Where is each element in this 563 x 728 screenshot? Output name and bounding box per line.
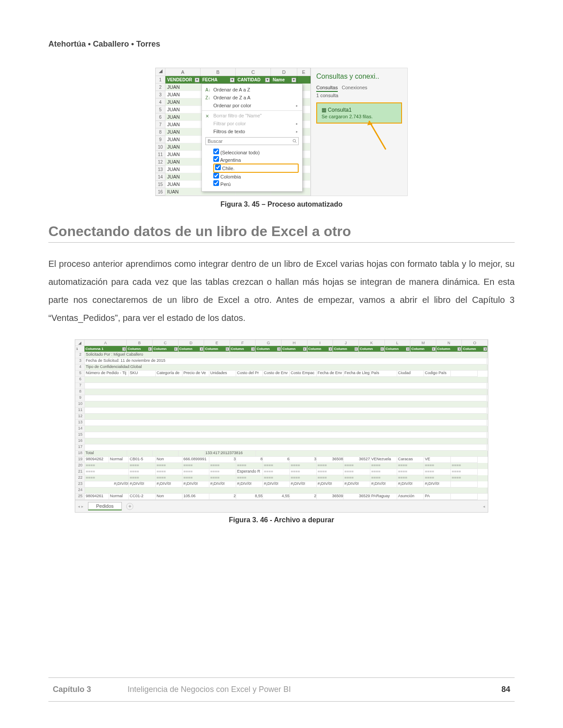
tab-conexiones[interactable]: Conexiones	[342, 85, 367, 90]
clear-filter: ⨯Borrar filtro de "Name"	[202, 112, 302, 120]
cell[interactable]: JUAN	[165, 143, 201, 150]
table-icon: ▦	[322, 107, 326, 113]
filter-search-input[interactable]	[205, 137, 299, 145]
submenu-icon: ▸	[296, 130, 298, 134]
new-sheet-button[interactable]: +	[126, 503, 133, 510]
query-count: 1 consulta	[316, 93, 402, 98]
panel-tabs: Consultas Conexiones	[316, 85, 402, 90]
clear-filter-icon: ⨯	[205, 113, 211, 118]
header-blank	[297, 76, 311, 84]
col-letter[interactable]: C	[236, 68, 271, 76]
footer-page-number: 84	[501, 685, 510, 694]
filter-by-color: Filtrar por color▸	[202, 120, 302, 127]
filter-option[interactable]: Colombia	[213, 173, 299, 180]
page-footer: Capítulo 3 Inteligencia de Negocios con …	[48, 677, 515, 702]
sort-asc-icon: A↓	[205, 87, 211, 92]
col-header[interactable]: Column▾	[462, 346, 488, 352]
col-header[interactable]: Column▾	[127, 346, 153, 352]
header-cantidad[interactable]: CANTIDAD▾	[236, 76, 271, 84]
filter-dropdown-panel: A↓Ordenar de A a Z Z↓Ordenar de Z a A Or…	[201, 84, 303, 192]
col-letter[interactable]: B	[201, 68, 236, 76]
col-header[interactable]: Column▾	[410, 346, 436, 352]
col-letter[interactable]: E	[297, 68, 311, 76]
col-header[interactable]: Column▾	[385, 346, 411, 352]
filter-option-all[interactable]: (Seleccionar todo)	[213, 149, 299, 156]
section-heading: Conectando datos de un libro de Excel a …	[48, 223, 515, 240]
col-header[interactable]: Column▾	[333, 346, 359, 352]
submenu-icon: ▸	[296, 122, 298, 126]
submenu-icon: ▸	[296, 104, 298, 108]
sort-za[interactable]: Z↓Ordenar de Z a A	[202, 94, 302, 102]
sort-az[interactable]: A↓Ordenar de A a Z	[202, 86, 302, 94]
filter-dropdown-icon[interactable]: ▾	[292, 78, 296, 82]
col-header[interactable]: Columna 1▾	[84, 346, 127, 352]
footer-chapter: Capítulo 3	[53, 685, 128, 694]
sort-by-color[interactable]: Ordenar por color▸	[202, 102, 302, 109]
col-header[interactable]: Column▾	[230, 346, 256, 352]
cell[interactable]: JUAN	[165, 181, 201, 188]
cell[interactable]: JUAN	[165, 166, 201, 173]
header-fecha[interactable]: FECHA▾	[201, 76, 236, 84]
col-header[interactable]: Column▾	[282, 346, 307, 352]
queries-panel: Consultas y conexi.. Consultas Conexione…	[311, 68, 408, 196]
cell[interactable]: JUAN	[165, 128, 201, 135]
col-header[interactable]: Column▾	[256, 346, 282, 352]
col-header[interactable]: Column▾	[436, 346, 462, 352]
footer-book-title: Inteligencia de Negocios con Excel y Pow…	[128, 685, 501, 694]
cell[interactable]: JUAN	[165, 106, 201, 113]
panel-title: Consultas y conexi..	[316, 73, 402, 80]
excel-table-preview: ◢ A B C D E F G H I J K L M N O 1 Column…	[75, 339, 488, 513]
col-header[interactable]: Column▾	[153, 346, 179, 352]
document-page: Atehortúa • Caballero • Torres ◢ A B C D…	[0, 0, 563, 728]
cell[interactable]: JUAN	[165, 121, 201, 128]
row-numbers: 1 2 3 4 5 6 7 8 9 10 11 12 13 14	[156, 76, 165, 196]
filter-dropdown-icon[interactable]: ▾	[265, 78, 270, 82]
filter-option-highlighted[interactable]: Chile.	[213, 164, 299, 173]
header-vendedor[interactable]: VENDEDOR▾	[165, 76, 201, 84]
query-name: Consulta1	[328, 107, 351, 113]
figure-1: ◢ A B C D E 1 2 3 4 5 6 7	[48, 66, 515, 196]
figure-2-caption: Figura 3. 46 - Archivo a depurar	[48, 516, 515, 524]
query-card[interactable]: ▦ Consulta1 Se cargaron 2.743 filas.	[316, 102, 402, 124]
cell[interactable]: Tipo de Confidencialidad:Global	[85, 364, 487, 371]
tab-consultas[interactable]: Consultas	[316, 85, 338, 92]
col-header[interactable]: Column▾	[307, 346, 333, 352]
filter-dropdown-icon[interactable]: ▾	[230, 78, 234, 82]
col-letter[interactable]: A	[165, 68, 201, 76]
filter-option[interactable]: Argentina	[213, 156, 299, 164]
sort-desc-icon: Z↓	[205, 95, 211, 100]
figure-1-caption: Figura 3. 45 – Proceso automatizado	[48, 200, 515, 208]
figure-2: ◢ A B C D E F G H I J K L M N O 1 Column…	[75, 339, 488, 513]
cell[interactable]: JUAN	[165, 151, 201, 158]
svg-line-0	[369, 121, 386, 149]
col-header[interactable]: Column▾	[179, 346, 205, 352]
cell[interactable]: JUAN	[165, 98, 201, 106]
query-status: Se cargaron 2.743 filas.	[322, 114, 397, 119]
cell[interactable]: JUAN	[165, 136, 201, 143]
cell[interactable]: IUAN	[165, 188, 201, 195]
col-letter[interactable]: D	[271, 68, 297, 76]
cell[interactable]: JUAN	[165, 84, 201, 91]
sheet-tab-pedidos[interactable]: Pedidos	[88, 502, 122, 510]
sheet-tab-bar: ◂ ▸ Pedidos + ◂	[75, 500, 488, 512]
running-head-authors: Atehortúa • Caballero • Torres	[48, 40, 515, 49]
excel-grid: ◢ A B C D E 1 2 3 4 5 6 7	[155, 68, 311, 196]
cell[interactable]: JUAN	[165, 91, 201, 98]
filter-dropdown-icon[interactable]: ▾	[195, 78, 199, 82]
col-header[interactable]: Column▾	[359, 346, 385, 352]
cell[interactable]: Solicitado Por : Miguel Caballero	[85, 352, 487, 358]
body-paragraph: El proceso anterior aprendimos como inte…	[48, 255, 515, 327]
cell[interactable]: JUAN	[165, 173, 201, 180]
cell[interactable]: JUAN	[165, 158, 201, 165]
select-all-corner[interactable]: ◢	[156, 68, 165, 76]
cell[interactable]: JUAN	[165, 113, 201, 120]
filter-dropdown-icon: ▾	[122, 347, 126, 351]
filter-option[interactable]: Perú	[213, 180, 299, 188]
col-header[interactable]: Column▾	[204, 346, 230, 352]
text-filters[interactable]: Filtros de texto▸	[202, 127, 302, 135]
cell[interactable]: Fecha de Solicitud: 11 de noviembre de 2…	[85, 358, 487, 364]
heading-rule	[48, 242, 515, 243]
header-name[interactable]: Name▾	[271, 76, 297, 84]
select-all-corner[interactable]: ◢	[75, 340, 84, 346]
